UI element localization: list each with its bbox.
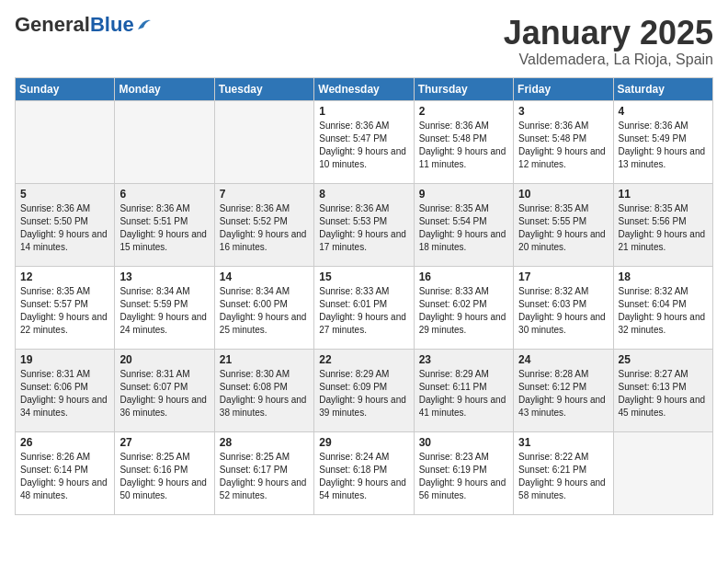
cell-info: Sunrise: 8:23 AM Sunset: 6:19 PM Dayligh… <box>419 451 508 502</box>
calendar-cell: 16Sunrise: 8:33 AM Sunset: 6:02 PM Dayli… <box>414 266 513 349</box>
cell-info: Sunrise: 8:32 AM Sunset: 6:03 PM Dayligh… <box>518 285 608 337</box>
day-number: 18 <box>619 270 708 283</box>
day-number: 13 <box>119 270 209 283</box>
day-number: 7 <box>220 188 309 201</box>
day-number: 25 <box>619 353 708 366</box>
calendar-cell <box>214 100 313 183</box>
day-number: 1 <box>319 105 408 118</box>
calendar-cell: 13Sunrise: 8:34 AM Sunset: 5:59 PM Dayli… <box>115 266 214 349</box>
calendar-cell: 18Sunrise: 8:32 AM Sunset: 6:04 PM Dayli… <box>613 266 712 349</box>
calendar-cell: 29Sunrise: 8:24 AM Sunset: 6:18 PM Dayli… <box>314 431 414 514</box>
weekday-header-thursday: Thursday <box>414 77 513 100</box>
weekday-header-wednesday: Wednesday <box>314 77 414 100</box>
logo-bird-icon <box>136 17 153 31</box>
weekday-header-saturday: Saturday <box>613 77 712 100</box>
calendar-cell: 17Sunrise: 8:32 AM Sunset: 6:03 PM Dayli… <box>514 266 613 349</box>
cell-info: Sunrise: 8:26 AM Sunset: 6:14 PM Dayligh… <box>20 451 109 502</box>
cell-info: Sunrise: 8:25 AM Sunset: 6:16 PM Dayligh… <box>119 451 209 502</box>
calendar-cell: 24Sunrise: 8:28 AM Sunset: 6:12 PM Dayli… <box>514 349 613 431</box>
logo: GeneralBlue <box>15 15 153 35</box>
calendar-cell: 2Sunrise: 8:36 AM Sunset: 5:48 PM Daylig… <box>414 100 513 183</box>
cell-info: Sunrise: 8:35 AM Sunset: 5:55 PM Dayligh… <box>518 202 608 254</box>
cell-info: Sunrise: 8:32 AM Sunset: 6:04 PM Dayligh… <box>619 285 708 337</box>
calendar-cell: 19Sunrise: 8:31 AM Sunset: 6:06 PM Dayli… <box>16 349 115 431</box>
calendar-cell <box>115 100 214 183</box>
cell-info: Sunrise: 8:36 AM Sunset: 5:48 PM Dayligh… <box>419 120 508 171</box>
day-number: 4 <box>619 105 708 118</box>
day-number: 27 <box>119 436 209 449</box>
weekday-header-tuesday: Tuesday <box>214 77 313 100</box>
calendar-cell: 7Sunrise: 8:36 AM Sunset: 5:52 PM Daylig… <box>214 183 313 266</box>
cell-info: Sunrise: 8:36 AM Sunset: 5:49 PM Dayligh… <box>619 120 708 171</box>
calendar-cell: 9Sunrise: 8:35 AM Sunset: 5:54 PM Daylig… <box>414 183 513 266</box>
calendar-cell: 21Sunrise: 8:30 AM Sunset: 6:08 PM Dayli… <box>214 349 313 431</box>
day-number: 6 <box>119 188 209 201</box>
calendar-cell: 30Sunrise: 8:23 AM Sunset: 6:19 PM Dayli… <box>414 431 513 514</box>
day-number: 23 <box>419 353 508 366</box>
calendar-cell: 1Sunrise: 8:36 AM Sunset: 5:47 PM Daylig… <box>314 100 414 183</box>
calendar-week-row: 5Sunrise: 8:36 AM Sunset: 5:50 PM Daylig… <box>16 183 713 266</box>
cell-info: Sunrise: 8:28 AM Sunset: 6:12 PM Dayligh… <box>518 368 608 419</box>
calendar-cell: 5Sunrise: 8:36 AM Sunset: 5:50 PM Daylig… <box>16 183 115 266</box>
calendar-cell: 12Sunrise: 8:35 AM Sunset: 5:57 PM Dayli… <box>16 266 115 349</box>
calendar-cell: 27Sunrise: 8:25 AM Sunset: 6:16 PM Dayli… <box>115 431 214 514</box>
day-number: 8 <box>319 188 408 201</box>
calendar-cell: 22Sunrise: 8:29 AM Sunset: 6:09 PM Dayli… <box>314 349 414 431</box>
day-number: 20 <box>119 353 209 366</box>
day-number: 24 <box>518 353 608 366</box>
day-number: 10 <box>518 188 608 201</box>
cell-info: Sunrise: 8:36 AM Sunset: 5:47 PM Dayligh… <box>319 120 408 171</box>
cell-info: Sunrise: 8:33 AM Sunset: 6:02 PM Dayligh… <box>419 285 508 337</box>
calendar-cell <box>613 431 712 514</box>
month-title: January 2025 <box>504 15 713 52</box>
day-number: 21 <box>220 353 309 366</box>
weekday-header-sunday: Sunday <box>16 77 115 100</box>
calendar-cell: 11Sunrise: 8:35 AM Sunset: 5:56 PM Dayli… <box>613 183 712 266</box>
cell-info: Sunrise: 8:24 AM Sunset: 6:18 PM Dayligh… <box>319 451 408 502</box>
day-number: 3 <box>518 105 608 118</box>
day-number: 19 <box>20 353 109 366</box>
cell-info: Sunrise: 8:27 AM Sunset: 6:13 PM Dayligh… <box>619 368 708 419</box>
day-number: 11 <box>619 188 708 201</box>
day-number: 5 <box>20 188 109 201</box>
location-subtitle: Valdemadera, La Rioja, Spain <box>504 52 713 68</box>
cell-info: Sunrise: 8:36 AM Sunset: 5:50 PM Dayligh… <box>20 202 109 254</box>
calendar-cell: 25Sunrise: 8:27 AM Sunset: 6:13 PM Dayli… <box>613 349 712 431</box>
day-number: 30 <box>419 436 508 449</box>
title-area: January 2025 Valdemadera, La Rioja, Spai… <box>504 15 713 68</box>
cell-info: Sunrise: 8:35 AM Sunset: 5:57 PM Dayligh… <box>20 285 109 337</box>
day-number: 16 <box>419 270 508 283</box>
day-number: 15 <box>319 270 408 283</box>
calendar-cell: 31Sunrise: 8:22 AM Sunset: 6:21 PM Dayli… <box>514 431 613 514</box>
day-number: 2 <box>419 105 508 118</box>
calendar-cell: 8Sunrise: 8:36 AM Sunset: 5:53 PM Daylig… <box>314 183 414 266</box>
day-number: 9 <box>419 188 508 201</box>
cell-info: Sunrise: 8:35 AM Sunset: 5:54 PM Dayligh… <box>419 202 508 254</box>
calendar-cell: 14Sunrise: 8:34 AM Sunset: 6:00 PM Dayli… <box>214 266 313 349</box>
cell-info: Sunrise: 8:35 AM Sunset: 5:56 PM Dayligh… <box>619 202 708 254</box>
day-number: 31 <box>518 436 608 449</box>
cell-info: Sunrise: 8:34 AM Sunset: 5:59 PM Dayligh… <box>119 285 209 337</box>
logo-blue-text: Blue <box>90 15 134 35</box>
cell-info: Sunrise: 8:34 AM Sunset: 6:00 PM Dayligh… <box>220 285 309 337</box>
calendar-cell <box>16 100 115 183</box>
page-header: GeneralBlue January 2025 Valdemadera, La… <box>15 15 713 68</box>
cell-info: Sunrise: 8:36 AM Sunset: 5:52 PM Dayligh… <box>220 202 309 254</box>
calendar-cell: 10Sunrise: 8:35 AM Sunset: 5:55 PM Dayli… <box>514 183 613 266</box>
calendar-week-row: 1Sunrise: 8:36 AM Sunset: 5:47 PM Daylig… <box>16 100 713 183</box>
calendar-cell: 23Sunrise: 8:29 AM Sunset: 6:11 PM Dayli… <box>414 349 513 431</box>
day-number: 29 <box>319 436 408 449</box>
weekday-header-row: SundayMondayTuesdayWednesdayThursdayFrid… <box>16 77 713 100</box>
cell-info: Sunrise: 8:25 AM Sunset: 6:17 PM Dayligh… <box>220 451 309 502</box>
cell-info: Sunrise: 8:36 AM Sunset: 5:48 PM Dayligh… <box>518 120 608 171</box>
calendar-cell: 6Sunrise: 8:36 AM Sunset: 5:51 PM Daylig… <box>115 183 214 266</box>
calendar-cell: 4Sunrise: 8:36 AM Sunset: 5:49 PM Daylig… <box>613 100 712 183</box>
weekday-header-friday: Friday <box>514 77 613 100</box>
calendar-cell: 28Sunrise: 8:25 AM Sunset: 6:17 PM Dayli… <box>214 431 313 514</box>
day-number: 14 <box>220 270 309 283</box>
cell-info: Sunrise: 8:33 AM Sunset: 6:01 PM Dayligh… <box>319 285 408 337</box>
cell-info: Sunrise: 8:36 AM Sunset: 5:51 PM Dayligh… <box>119 202 209 254</box>
cell-info: Sunrise: 8:31 AM Sunset: 6:06 PM Dayligh… <box>20 368 109 419</box>
cell-info: Sunrise: 8:30 AM Sunset: 6:08 PM Dayligh… <box>220 368 309 419</box>
day-number: 26 <box>20 436 109 449</box>
